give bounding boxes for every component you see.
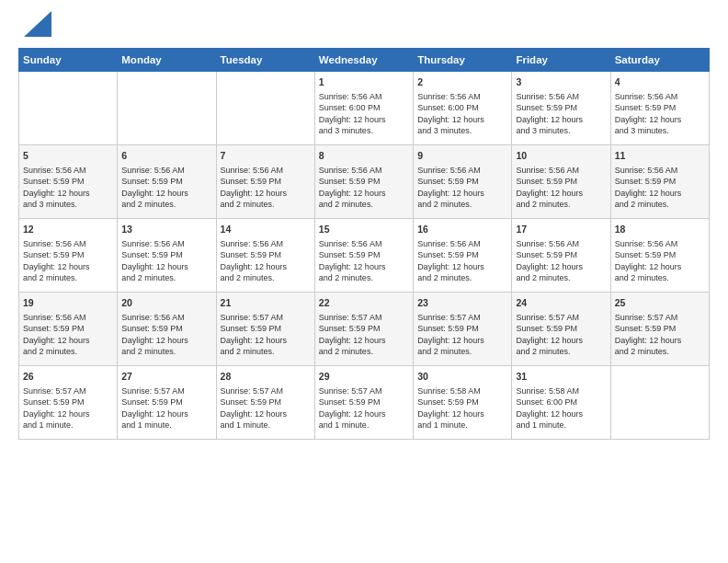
- day-info: Sunrise: 5:57 AM Sunset: 5:59 PM Dayligh…: [221, 385, 311, 431]
- day-number: 5: [23, 149, 113, 163]
- calendar-cell: 6Sunrise: 5:56 AM Sunset: 5:59 PM Daylig…: [118, 145, 216, 219]
- day-number: 31: [516, 370, 606, 384]
- day-info: Sunrise: 5:56 AM Sunset: 5:59 PM Dayligh…: [417, 238, 507, 284]
- week-row-1: 1Sunrise: 5:56 AM Sunset: 6:00 PM Daylig…: [19, 72, 710, 145]
- day-number: 3: [516, 75, 606, 89]
- calendar-cell: 14Sunrise: 5:56 AM Sunset: 5:59 PM Dayli…: [216, 219, 314, 293]
- day-info: Sunrise: 5:56 AM Sunset: 5:59 PM Dayligh…: [23, 238, 113, 284]
- day-info: Sunrise: 5:56 AM Sunset: 5:59 PM Dayligh…: [615, 238, 705, 284]
- day-info: Sunrise: 5:57 AM Sunset: 5:59 PM Dayligh…: [516, 312, 606, 358]
- day-info: Sunrise: 5:56 AM Sunset: 5:59 PM Dayligh…: [516, 238, 606, 284]
- calendar-cell: 16Sunrise: 5:56 AM Sunset: 5:59 PM Dayli…: [414, 219, 512, 293]
- calendar-cell: 2Sunrise: 5:56 AM Sunset: 6:00 PM Daylig…: [414, 72, 512, 145]
- day-number: 22: [319, 296, 409, 310]
- day-number: 14: [221, 223, 311, 236]
- day-number: 8: [319, 149, 409, 163]
- day-info: Sunrise: 5:58 AM Sunset: 5:59 PM Dayligh…: [417, 385, 507, 431]
- calendar-cell: 7Sunrise: 5:56 AM Sunset: 5:59 PM Daylig…: [216, 145, 314, 219]
- day-info: Sunrise: 5:56 AM Sunset: 5:59 PM Dayligh…: [121, 238, 211, 284]
- day-header-saturday: Saturday: [610, 49, 709, 72]
- logo-icon: [24, 11, 51, 37]
- day-info: Sunrise: 5:57 AM Sunset: 5:59 PM Dayligh…: [319, 312, 409, 358]
- calendar-cell: 17Sunrise: 5:56 AM Sunset: 5:59 PM Dayli…: [512, 219, 610, 293]
- calendar-cell: [216, 72, 314, 145]
- page-header: [18, 15, 710, 37]
- calendar-cell: 30Sunrise: 5:58 AM Sunset: 5:59 PM Dayli…: [414, 366, 512, 440]
- day-number: 7: [221, 149, 311, 163]
- day-info: Sunrise: 5:56 AM Sunset: 5:59 PM Dayligh…: [23, 312, 113, 358]
- day-number: 30: [417, 370, 507, 384]
- week-row-3: 12Sunrise: 5:56 AM Sunset: 5:59 PM Dayli…: [19, 219, 710, 293]
- calendar-cell: 15Sunrise: 5:56 AM Sunset: 5:59 PM Dayli…: [314, 219, 413, 293]
- calendar-cell: 21Sunrise: 5:57 AM Sunset: 5:59 PM Dayli…: [216, 293, 314, 366]
- calendar-cell: 9Sunrise: 5:56 AM Sunset: 5:59 PM Daylig…: [414, 145, 512, 219]
- calendar-cell: 12Sunrise: 5:56 AM Sunset: 5:59 PM Dayli…: [19, 219, 118, 293]
- calendar-cell: 28Sunrise: 5:57 AM Sunset: 5:59 PM Dayli…: [216, 366, 314, 440]
- day-number: 23: [417, 296, 507, 310]
- day-number: 13: [121, 223, 211, 236]
- day-info: Sunrise: 5:57 AM Sunset: 5:59 PM Dayligh…: [23, 385, 113, 431]
- day-info: Sunrise: 5:56 AM Sunset: 5:59 PM Dayligh…: [417, 165, 507, 211]
- calendar-cell: 20Sunrise: 5:56 AM Sunset: 5:59 PM Dayli…: [118, 293, 216, 366]
- day-header-friday: Friday: [512, 49, 610, 72]
- day-info: Sunrise: 5:58 AM Sunset: 6:00 PM Dayligh…: [516, 385, 606, 431]
- day-info: Sunrise: 5:56 AM Sunset: 5:59 PM Dayligh…: [121, 312, 211, 358]
- day-header-monday: Monday: [118, 49, 216, 72]
- calendar-cell: 1Sunrise: 5:56 AM Sunset: 6:00 PM Daylig…: [314, 72, 413, 145]
- week-row-2: 5Sunrise: 5:56 AM Sunset: 5:59 PM Daylig…: [19, 145, 710, 219]
- calendar-cell: [610, 366, 709, 440]
- calendar-cell: [118, 72, 216, 145]
- calendar-cell: 8Sunrise: 5:56 AM Sunset: 5:59 PM Daylig…: [314, 145, 413, 219]
- day-info: Sunrise: 5:56 AM Sunset: 5:59 PM Dayligh…: [615, 165, 705, 211]
- calendar-cell: 25Sunrise: 5:57 AM Sunset: 5:59 PM Dayli…: [610, 293, 709, 366]
- day-number: 18: [615, 223, 705, 236]
- week-row-5: 26Sunrise: 5:57 AM Sunset: 5:59 PM Dayli…: [19, 366, 710, 440]
- day-number: 2: [417, 75, 507, 89]
- day-number: 10: [516, 149, 606, 163]
- calendar-cell: 19Sunrise: 5:56 AM Sunset: 5:59 PM Dayli…: [19, 293, 118, 366]
- day-info: Sunrise: 5:56 AM Sunset: 6:00 PM Dayligh…: [319, 91, 409, 137]
- day-number: 24: [516, 296, 606, 310]
- day-number: 11: [615, 149, 705, 163]
- day-number: 15: [319, 223, 409, 236]
- day-header-sunday: Sunday: [19, 49, 118, 72]
- day-header-tuesday: Tuesday: [216, 49, 314, 72]
- calendar-cell: 13Sunrise: 5:56 AM Sunset: 5:59 PM Dayli…: [118, 219, 216, 293]
- day-header-wednesday: Wednesday: [314, 49, 413, 72]
- day-number: 26: [23, 370, 113, 384]
- day-number: 17: [516, 223, 606, 236]
- svg-marker-0: [24, 11, 51, 37]
- days-header-row: SundayMondayTuesdayWednesdayThursdayFrid…: [19, 49, 710, 72]
- day-info: Sunrise: 5:56 AM Sunset: 5:59 PM Dayligh…: [221, 165, 311, 211]
- calendar-cell: 29Sunrise: 5:57 AM Sunset: 5:59 PM Dayli…: [314, 366, 413, 440]
- day-info: Sunrise: 5:56 AM Sunset: 5:59 PM Dayligh…: [319, 165, 409, 211]
- day-info: Sunrise: 5:56 AM Sunset: 5:59 PM Dayligh…: [121, 165, 211, 211]
- day-number: 9: [417, 149, 507, 163]
- day-header-thursday: Thursday: [414, 49, 512, 72]
- day-info: Sunrise: 5:56 AM Sunset: 5:59 PM Dayligh…: [516, 91, 606, 137]
- day-number: 6: [121, 149, 211, 163]
- day-number: 1: [319, 75, 409, 89]
- day-number: 4: [615, 75, 705, 89]
- day-number: 16: [417, 223, 507, 236]
- calendar-cell: 26Sunrise: 5:57 AM Sunset: 5:59 PM Dayli…: [19, 366, 118, 440]
- day-info: Sunrise: 5:57 AM Sunset: 5:59 PM Dayligh…: [121, 385, 211, 431]
- day-info: Sunrise: 5:57 AM Sunset: 5:59 PM Dayligh…: [615, 312, 705, 358]
- week-row-4: 19Sunrise: 5:56 AM Sunset: 5:59 PM Dayli…: [19, 293, 710, 366]
- day-number: 21: [221, 296, 311, 310]
- day-number: 12: [23, 223, 113, 236]
- calendar-cell: 23Sunrise: 5:57 AM Sunset: 5:59 PM Dayli…: [414, 293, 512, 366]
- day-info: Sunrise: 5:57 AM Sunset: 5:59 PM Dayligh…: [221, 312, 311, 358]
- calendar-cell: 22Sunrise: 5:57 AM Sunset: 5:59 PM Dayli…: [314, 293, 413, 366]
- calendar-cell: 10Sunrise: 5:56 AM Sunset: 5:59 PM Dayli…: [512, 145, 610, 219]
- day-number: 20: [121, 296, 211, 310]
- day-number: 28: [221, 370, 311, 384]
- day-info: Sunrise: 5:57 AM Sunset: 5:59 PM Dayligh…: [417, 312, 507, 358]
- day-number: 27: [121, 370, 211, 384]
- day-info: Sunrise: 5:56 AM Sunset: 6:00 PM Dayligh…: [417, 91, 507, 137]
- day-info: Sunrise: 5:56 AM Sunset: 5:59 PM Dayligh…: [516, 165, 606, 211]
- day-info: Sunrise: 5:57 AM Sunset: 5:59 PM Dayligh…: [319, 385, 409, 431]
- calendar-cell: 27Sunrise: 5:57 AM Sunset: 5:59 PM Dayli…: [118, 366, 216, 440]
- calendar-cell: [19, 72, 118, 145]
- day-number: 25: [615, 296, 705, 310]
